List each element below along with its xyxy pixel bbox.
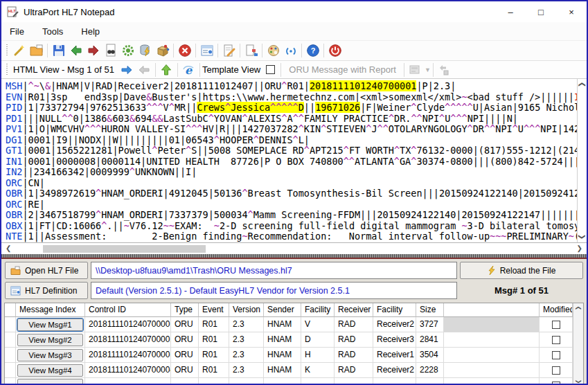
table-row: View Msg#22018111101240700002ORUR012.3HN…	[5, 332, 573, 348]
message-viewer: MSH|^~\&|HNAM|V|RAD|Receiver2|2018111101…	[1, 79, 587, 242]
cell-facility	[301, 378, 335, 385]
header-size[interactable]: Size	[416, 303, 444, 317]
splitter-handle[interactable]	[1, 254, 587, 259]
next-message-icon[interactable]	[118, 62, 136, 78]
modified-checkbox[interactable]	[552, 336, 560, 344]
prev-green-arrow-icon[interactable]	[67, 42, 84, 59]
menu-help[interactable]: Help	[81, 26, 100, 37]
header-message-index[interactable]: Message Index	[16, 303, 85, 317]
header-facility[interactable]: Facility	[301, 303, 335, 317]
cell-version	[229, 378, 264, 385]
cell-sender: HNAM	[264, 363, 301, 378]
cell-size: 2841	[416, 332, 444, 348]
cell-receiver	[335, 378, 373, 385]
header-modified[interactable]: Modified	[540, 303, 573, 317]
wizard-icon[interactable]	[10, 42, 28, 59]
cell-receiver_facility: Receiver2	[373, 363, 416, 378]
form-icon[interactable]	[198, 42, 215, 59]
hl7-editor[interactable]: MSH|^~\&|HNAM|V|RAD|Receiver2|2018111101…	[1, 79, 577, 242]
cell-type: ORU	[171, 363, 199, 378]
minimize-button[interactable]: –	[495, 1, 526, 22]
cell-event	[199, 378, 229, 385]
wireless-icon[interactable]	[282, 42, 299, 59]
header-receiver-facility[interactable]: Facility	[373, 303, 416, 317]
grid-vertical-scrollbar[interactable]: ❯ ❯	[573, 303, 583, 385]
database-lightning-icon[interactable]	[136, 42, 154, 59]
reload-file-button[interactable]: Reload the File	[460, 262, 583, 279]
menu-file[interactable]: File	[10, 26, 24, 37]
menu-tools[interactable]: Tools	[42, 26, 63, 37]
scroll-left-icon[interactable]: ❮	[6, 245, 11, 252]
cell-control_id: 2018111101240700003	[85, 348, 171, 363]
header-control-id[interactable]: Control ID	[85, 303, 171, 317]
cell-version: 2.3	[229, 363, 264, 378]
hl7-definition-button[interactable]: HL7 Definition	[5, 282, 88, 299]
first-message-icon[interactable]	[158, 62, 175, 78]
cell-size: 3504	[416, 348, 444, 363]
header-receiver[interactable]: Receiver	[335, 303, 373, 317]
header-sender[interactable]: Sender	[264, 303, 301, 317]
scroll-up-icon[interactable]: ❯	[578, 82, 585, 87]
grid-scroll-down-icon[interactable]: ❯	[575, 379, 582, 384]
maximize-button[interactable]: □	[526, 1, 556, 22]
scroll-right-icon[interactable]: ❯	[577, 245, 582, 252]
modified-checkbox[interactable]	[552, 366, 560, 375]
table-row: View Msg#32018111101240700003ORUR012.3HN…	[5, 348, 573, 363]
swap-view-icon[interactable]	[436, 62, 453, 78]
gear-icon[interactable]	[119, 42, 136, 59]
folder-icon	[10, 266, 21, 276]
cell-type: ORU	[171, 317, 199, 332]
next-red-arrow-icon[interactable]	[84, 42, 102, 59]
cell-receiver: RAD	[335, 332, 373, 348]
svg-text:e: e	[185, 63, 193, 76]
hl7-line: EVN|R01|3sp end3sp|Dave&Buster's|https:\…	[6, 92, 577, 103]
header-type[interactable]: Type	[171, 303, 199, 317]
file-panel: Open HL7 File \\Desktop-u8fuau9\amd1\Tra…	[1, 259, 587, 301]
export-report-icon[interactable]	[407, 62, 424, 78]
stop-icon[interactable]	[176, 42, 193, 59]
hl7-line: IN1|0001|0000008|0000114|UNITED HEALTH 8…	[6, 156, 577, 168]
view-msg-button[interactable]: View Msg#2	[17, 334, 83, 346]
main-toolbar: ?	[1, 40, 587, 61]
cell-receiver_facility	[373, 378, 416, 385]
palette-icon[interactable]	[265, 42, 282, 59]
open-file-icon[interactable]	[28, 42, 45, 59]
cell-receiver: RAD	[335, 348, 373, 363]
header-event[interactable]: Event	[199, 303, 229, 317]
svg-text:?: ?	[310, 46, 315, 55]
search-document-icon[interactable]	[102, 42, 119, 59]
edit-document-icon[interactable]	[220, 42, 238, 59]
editor-horizontal-scrollbar[interactable]: ❮ ❯	[1, 242, 587, 254]
close-button[interactable]: ×	[556, 1, 587, 22]
view-msg-button[interactable]	[17, 379, 83, 385]
hl7-line: OBR|1|3498972619^HNAM_ORDERI|4912045|501…	[6, 188, 577, 199]
view-msg-button[interactable]: View Msg#1	[17, 319, 83, 331]
open-hl7-file-button[interactable]: Open HL7 File	[5, 262, 88, 279]
package-icon[interactable]	[154, 42, 171, 59]
view-msg-button[interactable]: View Msg#4	[17, 364, 83, 377]
modified-checkbox[interactable]	[552, 321, 560, 329]
help-icon[interactable]: ?	[304, 42, 321, 59]
cell-sender: HNAM	[264, 332, 301, 348]
modified-checkbox[interactable]	[552, 351, 560, 359]
export-dropdown-caret-icon[interactable]: ▼	[425, 66, 431, 73]
horizontal-scroll-thumb[interactable]	[43, 245, 206, 253]
hierarchy-document-icon[interactable]	[242, 42, 260, 59]
template-view-checkbox[interactable]	[266, 65, 275, 74]
window-title: UltraPort HL7 Notepad	[24, 7, 115, 17]
header-version[interactable]: Version	[229, 303, 264, 317]
view-msg-button[interactable]: View Msg#3	[17, 349, 83, 361]
app-icon: HL7	[7, 6, 19, 18]
grid-scroll-up-icon[interactable]: ❯	[575, 306, 582, 311]
scroll-down-icon[interactable]: ❯	[578, 234, 585, 240]
modified-checkbox[interactable]	[552, 382, 560, 385]
browser-preview-icon[interactable]: e	[180, 62, 197, 78]
cell-size: 3727	[416, 317, 444, 332]
row-spacer	[5, 348, 16, 363]
cell-receiver_facility: Receiver1	[373, 348, 416, 363]
menu-bar: File Tools Help	[1, 22, 587, 40]
save-icon[interactable]	[50, 42, 67, 59]
power-icon[interactable]	[326, 42, 344, 59]
editor-vertical-scrollbar[interactable]: ❯ ❯	[577, 79, 587, 242]
prev-message-icon[interactable]	[136, 62, 153, 78]
